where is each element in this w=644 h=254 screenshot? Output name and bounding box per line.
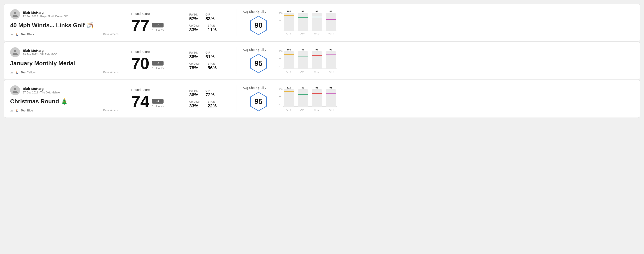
gir-stat: GIR 61% [206, 51, 214, 59]
quality-section: Avg Shot Quality 95 [243, 86, 274, 112]
y-axis-label: 0 [279, 66, 283, 68]
bar-value: 99 [330, 48, 332, 51]
bar-label: ARG [314, 70, 320, 73]
user-date-course: 27 Dec 2021 · The Oxfordshire [23, 91, 60, 94]
fw-hit-label: FW Hit [189, 13, 198, 16]
updown-value: 33% [189, 103, 200, 109]
updown-stat: Up/Down 33% [189, 24, 200, 32]
quality-label: Avg Shot Quality [243, 48, 266, 52]
section-divider [125, 47, 125, 74]
bar-value: 93 [330, 87, 332, 89]
score-section: Round Score 77 +5 18 Holes [131, 12, 176, 33]
stats-row-bottom: Up/Down 78% 1 Putt 56% [189, 62, 230, 70]
bar-group: 96ARG [312, 48, 322, 73]
bar-value: 98 [316, 10, 318, 13]
stats-row-bottom: Up/Down 33% 1 Putt 22% [189, 100, 230, 109]
user-date-course: 12 Feb 2022 · Royal North Devon GC [23, 15, 68, 18]
updown-stat: Up/Down 33% [189, 100, 200, 109]
oneputt-stat: 1 Putt 56% [208, 62, 216, 70]
score-label: Round Score [131, 88, 176, 92]
bar-value: 95 [302, 10, 304, 13]
section-divider [236, 47, 236, 74]
gir-stat: GIR 72% [206, 89, 214, 98]
tee-row: ☁ 🏌 Tee: Yellow Data: Arccos [10, 70, 118, 74]
chart-section: 100500110OTT87APP95ARG93PUTT [274, 87, 634, 111]
bar-value: 101 [287, 48, 291, 51]
tee-info: ☁ 🏌 Tee: Yellow [10, 70, 36, 74]
gir-value: 61% [206, 54, 214, 59]
tee-row: ☁ 🏌 Tee: Black Data: Arccos [10, 32, 118, 36]
user-info: Blair McHarg 27 Dec 2021 · The Oxfordshi… [23, 87, 60, 94]
bar-group: 101OTT [284, 48, 294, 73]
user-icon [12, 49, 18, 55]
bar-label: OTT [286, 70, 292, 73]
bar-group: 99PUTT [326, 48, 336, 73]
oneputt-label: 1 Putt [208, 24, 216, 27]
gir-value: 83% [206, 16, 214, 21]
section-divider [236, 85, 236, 112]
chart-section: 100500101OTT86APP96ARG99PUTT [274, 48, 634, 73]
quality-section: Avg Shot Quality 95 [243, 48, 274, 74]
fw-hit-stat: FW Hit 86% [189, 51, 198, 59]
score-main: 77 +5 18 Holes [131, 17, 176, 33]
quality-label: Avg Shot Quality [243, 10, 266, 13]
round-title: 40 Mph Winds... Links Golf 🪃 [10, 22, 118, 29]
updown-label: Up/Down [189, 24, 200, 27]
weather-icon: ☁ [10, 32, 13, 36]
updown-label: Up/Down [189, 62, 200, 65]
stats-row-top: FW Hit 57% GIR 83% [189, 13, 230, 21]
hexagon-container: 90 [247, 15, 270, 36]
bar-label: ARG [314, 32, 320, 35]
bar-label: APP [300, 70, 306, 73]
oneputt-stat: 1 Putt 11% [208, 24, 216, 32]
tee-label: Tee: Blue [21, 109, 33, 112]
fw-hit-value: 86% [189, 54, 198, 59]
stats-row-top: FW Hit 86% GIR 61% [189, 51, 230, 59]
bar-label: APP [300, 108, 306, 111]
gir-label: GIR [206, 89, 214, 92]
score-section: Round Score 74 +2 18 Holes [131, 88, 176, 110]
bar-label: OTT [286, 32, 292, 35]
hexagon-container: 95 [247, 53, 270, 74]
user-icon [12, 11, 18, 17]
holes-text: 18 Holes [152, 105, 164, 108]
bar-group: 86APP [298, 48, 308, 73]
score-badge-holes: -2 18 Holes [152, 61, 164, 70]
bar-group: 82PUTT [326, 10, 336, 35]
score-badge: -2 [152, 61, 164, 66]
bag-icon: 🏌 [15, 32, 19, 36]
avatar [10, 85, 20, 95]
user-icon [12, 87, 18, 94]
round-card: Blair McHarg 12 Feb 2022 · Royal North D… [4, 3, 640, 42]
score-number: 77 [131, 17, 149, 33]
bar-label: ARG [314, 108, 320, 111]
y-axis-label: 100 [279, 12, 283, 15]
round-info-section: Blair McHarg 29 Jan 2022 · Mill Ride GCC… [10, 47, 118, 74]
oneputt-label: 1 Putt [208, 62, 216, 65]
tee-info: ☁ 🏌 Tee: Blue [10, 109, 33, 112]
user-row: Blair McHarg 29 Jan 2022 · Mill Ride GCC [10, 47, 118, 57]
round-info-section: Blair McHarg 27 Dec 2021 · The Oxfordshi… [10, 85, 118, 112]
round-card: Blair McHarg 29 Jan 2022 · Mill Ride GCC… [4, 42, 640, 80]
oneputt-value: 11% [208, 27, 216, 32]
bar-value: 86 [302, 48, 304, 51]
gir-label: GIR [206, 51, 214, 54]
bar-group: 95ARG [312, 87, 322, 111]
bar-value: 110 [287, 87, 291, 89]
section-divider [125, 9, 125, 36]
updown-value: 33% [189, 27, 200, 32]
section-divider [183, 9, 183, 36]
bar-group: 87APP [298, 87, 308, 111]
oneputt-value: 22% [208, 103, 216, 109]
bar-value: 82 [330, 10, 332, 13]
quality-label: Avg Shot Quality [243, 86, 266, 90]
score-label: Round Score [131, 12, 176, 15]
fw-hit-stat: FW Hit 36% [189, 89, 198, 98]
updown-stat: Up/Down 78% [189, 62, 200, 70]
oneputt-stat: 1 Putt 22% [208, 100, 216, 109]
y-axis-label: 50 [279, 58, 283, 61]
y-axis-label: 0 [279, 28, 283, 30]
fw-hit-label: FW Hit [189, 89, 198, 92]
bar-value: 107 [287, 10, 291, 13]
stats-row-top: FW Hit 36% GIR 72% [189, 89, 230, 98]
